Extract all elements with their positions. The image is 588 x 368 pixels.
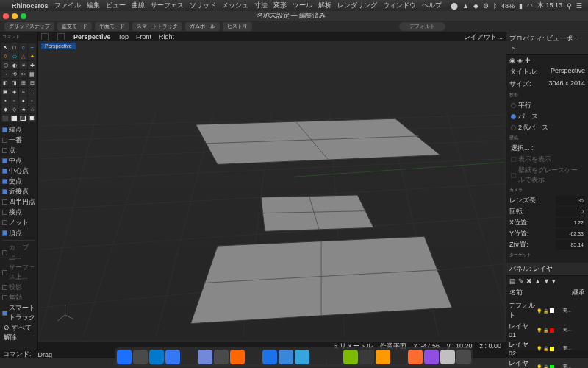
tool-button[interactable]: ⬛: [1, 114, 10, 122]
menu-help[interactable]: ヘルプ: [422, 1, 442, 10]
dock-app-icon[interactable]: [327, 350, 342, 364]
single-view-icon[interactable]: [41, 33, 49, 40]
layer-row[interactable]: レイヤ 01💡🔒実...: [509, 321, 586, 339]
osnap-option[interactable]: 端点: [2, 125, 35, 135]
osnap-option[interactable]: カーブ上...: [2, 243, 35, 262]
tool-button[interactable]: ✚: [28, 61, 36, 69]
tool-button[interactable]: ☆: [28, 105, 36, 113]
osnap-option[interactable]: 点: [2, 146, 35, 155]
menu-analyze[interactable]: 解析: [318, 1, 331, 10]
menu-file[interactable]: ファイル: [54, 1, 81, 10]
tool-button[interactable]: ⬡: [1, 61, 10, 69]
planar-toggle[interactable]: 平面モード: [95, 22, 129, 31]
bluetooth-icon[interactable]: ᛒ: [493, 2, 497, 10]
tray-icon[interactable]: ⬤: [451, 2, 458, 10]
tool-button[interactable]: 🔲: [28, 114, 36, 122]
viewport-3d[interactable]: [40, 43, 504, 340]
proj-2pt-radio[interactable]: [511, 125, 516, 130]
tool-button[interactable]: ◆: [1, 105, 10, 113]
layer-color-swatch[interactable]: [550, 347, 554, 351]
dock-app-icon[interactable]: [262, 350, 277, 364]
minimize-button[interactable]: [12, 13, 18, 19]
dock-app-icon[interactable]: [182, 350, 196, 364]
tool-button[interactable]: ⋮: [28, 88, 36, 96]
dock-app-icon[interactable]: [440, 350, 455, 364]
layer-row[interactable]: デフォルト💡🔒実...: [509, 300, 586, 321]
app-name[interactable]: Rhinoceros: [12, 2, 49, 10]
dock-app-icon[interactable]: [149, 350, 164, 364]
layer-tool-icon[interactable]: ✖: [526, 277, 532, 285]
menu-solid[interactable]: ソリッド: [190, 1, 216, 10]
tool-button[interactable]: ◦: [28, 96, 36, 105]
show-check[interactable]: [511, 157, 516, 162]
dock-app-icon[interactable]: [376, 350, 390, 364]
menu-curve[interactable]: 曲線: [132, 1, 145, 10]
osnap-option[interactable]: 投影: [2, 283, 35, 292]
menu-window[interactable]: ウィンドウ: [383, 1, 416, 10]
bulb-icon[interactable]: 💡: [537, 346, 542, 351]
osnap-option[interactable]: 接点: [2, 208, 35, 217]
lens-input[interactable]: [556, 196, 585, 205]
tool-button[interactable]: ⬜: [10, 114, 18, 122]
tool-button[interactable]: ~: [28, 43, 36, 52]
tool-button[interactable]: ▦: [28, 70, 36, 78]
layer-tool-icon[interactable]: ✎: [518, 277, 524, 285]
tool-button[interactable]: ⊞: [19, 79, 27, 87]
bulb-icon[interactable]: 💡: [537, 364, 542, 368]
dock-app-icon[interactable]: [230, 350, 245, 364]
dock-app-icon[interactable]: [359, 350, 374, 364]
tool-button[interactable]: ⬭: [10, 52, 18, 60]
surface-mid[interactable]: [261, 195, 373, 231]
spotlight-icon[interactable]: ⚲: [567, 2, 572, 10]
dock-app-icon[interactable]: [424, 350, 439, 364]
tray-icon[interactable]: ▲: [462, 2, 469, 10]
tool-button[interactable]: 🔳: [19, 114, 27, 122]
bulb-icon[interactable]: 💡: [537, 308, 542, 314]
smarttrack-toggle[interactable]: スマートトラック: [132, 22, 182, 31]
dock-app-icon[interactable]: [246, 350, 261, 364]
osnap-clear[interactable]: ⊘ すべて解除: [2, 323, 35, 342]
props-tab-icon[interactable]: ◉: [509, 57, 515, 64]
dock-app-icon[interactable]: [456, 350, 471, 364]
osnap-option[interactable]: 中心点: [2, 166, 35, 176]
menu-surface[interactable]: サーフェス: [151, 1, 184, 10]
tool-button[interactable]: ↖: [1, 43, 10, 52]
dock-app-icon[interactable]: [408, 350, 423, 364]
tab-front[interactable]: Front: [136, 33, 151, 40]
dock-app-icon[interactable]: [117, 350, 132, 364]
dock-app-icon[interactable]: [343, 350, 358, 364]
gray-check[interactable]: [511, 173, 516, 178]
lock-icon[interactable]: 🔒: [543, 364, 548, 368]
layer-tool-icon[interactable]: ▤: [509, 277, 516, 285]
osnap-option[interactable]: サーフェス上...: [2, 263, 35, 282]
tool-button[interactable]: □: [10, 43, 18, 52]
viewport-title[interactable]: Perspective: [41, 43, 76, 49]
tab-perspective[interactable]: Perspective: [74, 33, 111, 40]
dock-app-icon[interactable]: [214, 350, 229, 364]
proj-perspective-radio[interactable]: [511, 114, 516, 119]
tray-icon[interactable]: ◆: [473, 2, 478, 10]
tool-button[interactable]: ◈: [10, 88, 18, 96]
camz-input[interactable]: [556, 240, 585, 250]
command-value[interactable]: _Drag: [35, 351, 53, 358]
tool-button[interactable]: ●: [19, 96, 27, 105]
layer-color-swatch[interactable]: [550, 328, 554, 333]
layer-row[interactable]: レイヤ 03💡🔒実...: [509, 358, 586, 368]
clock[interactable]: 木 15:13: [537, 1, 562, 10]
rotation-input[interactable]: [556, 207, 585, 216]
layer-tool-icon[interactable]: ▾: [552, 277, 556, 285]
gumball-toggle[interactable]: ガムボール: [185, 22, 220, 31]
tool-button[interactable]: ⟲: [10, 70, 18, 78]
tool-button[interactable]: ▣: [1, 88, 10, 96]
dock-app-icon[interactable]: [295, 350, 309, 364]
tray-icon[interactable]: ⚙: [483, 2, 489, 10]
layer-row[interactable]: レイヤ 02💡🔒実...: [509, 339, 586, 358]
tool-button[interactable]: ⊟: [28, 79, 36, 87]
tool-button[interactable]: ✦: [28, 52, 36, 60]
history-toggle[interactable]: ヒストリ: [223, 22, 252, 31]
menu-xform[interactable]: 変形: [273, 1, 287, 10]
layer-tool-icon[interactable]: ▲: [534, 277, 541, 285]
camx-input[interactable]: [556, 218, 585, 227]
osnap-option[interactable]: 頂点: [2, 228, 35, 238]
menu-view[interactable]: ビュー: [106, 1, 126, 10]
